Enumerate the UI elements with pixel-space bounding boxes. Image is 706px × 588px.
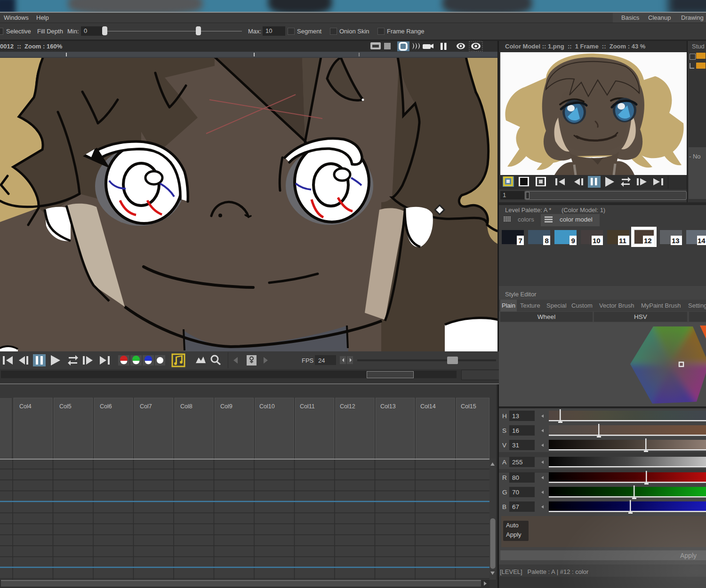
svg-text:14: 14 [698, 237, 706, 245]
svg-text:Col7: Col7 [140, 403, 152, 410]
svg-text:13: 13 [672, 237, 680, 245]
svg-text:Col14: Col14 [420, 403, 436, 410]
svg-text:Col11: Col11 [300, 403, 315, 410]
svg-text:10: 10 [593, 237, 601, 245]
svg-text:12: 12 [644, 237, 652, 245]
svg-text:11: 11 [619, 237, 626, 245]
svg-text:A: A [502, 459, 506, 466]
svg-text:7: 7 [519, 237, 522, 245]
svg-text:FPS: FPS [302, 357, 314, 364]
svg-text:colors: colors [518, 216, 534, 223]
svg-text:S: S [502, 427, 506, 434]
svg-text:67: 67 [512, 503, 519, 510]
svg-text:9: 9 [571, 237, 575, 245]
svg-text:31: 31 [512, 442, 519, 449]
svg-text:13: 13 [512, 413, 519, 420]
svg-text:Col12: Col12 [340, 403, 355, 410]
svg-text:24: 24 [318, 357, 325, 364]
svg-text:8: 8 [545, 237, 549, 245]
svg-text:G: G [502, 489, 507, 496]
svg-text:Col13: Col13 [380, 403, 396, 410]
svg-text:Col5: Col5 [59, 403, 72, 410]
svg-text:Col4: Col4 [19, 403, 32, 410]
svg-text:80: 80 [512, 474, 519, 481]
svg-text:H: H [502, 413, 507, 420]
svg-text:R: R [502, 474, 507, 481]
svg-text:Col10: Col10 [259, 403, 275, 410]
svg-text:Col15: Col15 [461, 403, 476, 410]
svg-text:Col9: Col9 [220, 403, 233, 410]
svg-text:B: B [502, 503, 506, 510]
svg-text:255: 255 [512, 459, 523, 466]
svg-text:70: 70 [512, 489, 519, 496]
svg-text:16: 16 [512, 427, 519, 434]
svg-text:V: V [502, 442, 506, 449]
svg-text:Col6: Col6 [100, 403, 112, 410]
svg-text:color model: color model [560, 216, 593, 223]
svg-text:Col8: Col8 [180, 403, 193, 410]
